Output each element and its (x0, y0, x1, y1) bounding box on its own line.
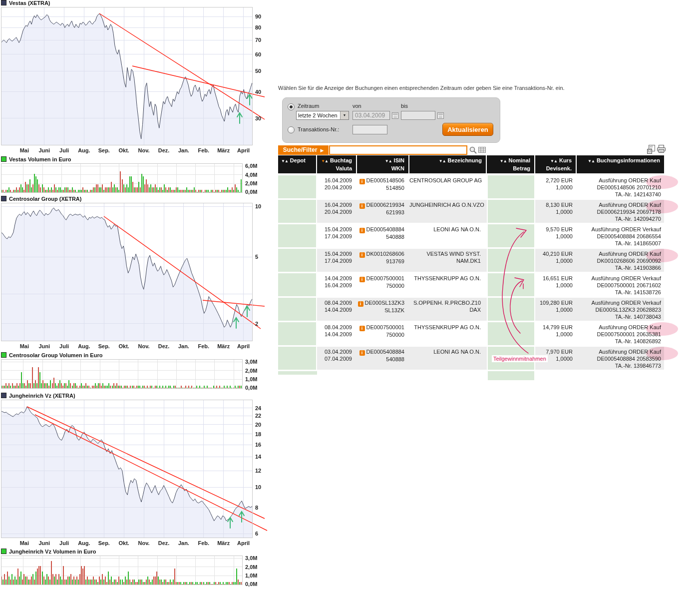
svg-text:18: 18 (255, 431, 261, 437)
sort-icons[interactable]: ▼▲ (588, 159, 595, 163)
cell-bezeichnung: CENTROSOLAR GROUP AG (409, 175, 487, 198)
svg-text:April: April (237, 147, 250, 153)
suche-filter-label: Suche/Filter (283, 146, 318, 153)
table-grid-icon[interactable] (478, 147, 486, 153)
cell-buchungsinformationen: Ausführung ORDER KaufDE0005408884 205835… (577, 347, 664, 370)
svg-text:16: 16 (255, 442, 261, 448)
teilgewinn-annotation: Teilgewinnmitnahmen (492, 355, 548, 362)
info-icon[interactable]: i (359, 326, 365, 331)
svg-text:Dez.: Dez. (158, 147, 170, 153)
svg-text:24: 24 (255, 405, 262, 411)
svg-text:Juli: Juli (59, 540, 69, 546)
svg-text:2,0M: 2,0M (245, 564, 257, 570)
svg-text:30: 30 (255, 115, 261, 121)
svg-text:2: 2 (255, 321, 258, 327)
column-header-buchungsinformationen[interactable]: ▼▲Buchungsinformationen (577, 155, 664, 173)
svg-text:0,0M: 0,0M (245, 581, 257, 587)
column-header-nominal[interactable]: ▼▲NominalBetrag (487, 155, 535, 173)
suche-filter-button[interactable]: Suche/Filter▶ (278, 145, 329, 155)
chart-vestas-xetra: 90807060504030MaiJuniJuliAug.Sep.Okt.Nov… (0, 7, 270, 159)
chart-title-jungheinrich-vz-volumen-in-euro: Jungheinrich Vz Volumen in Euro (1, 549, 96, 555)
cell-buchtag-valuta: 16.04.200920.04.2009 (317, 200, 357, 223)
svg-text:April: April (237, 343, 250, 349)
zeitraum-radio[interactable] (288, 103, 295, 110)
sort-icons[interactable]: ▼▲ (500, 159, 507, 163)
cell-buchungsinformationen: Ausführung ORDER KaufDK0010268606 206900… (577, 249, 664, 272)
chevron-down-icon[interactable]: ▼ (340, 111, 349, 119)
svg-text:2,0M: 2,0M (245, 368, 257, 374)
svg-text:3,0M: 3,0M (245, 359, 257, 365)
cell-buchungsinformationen: Ausführung ORDER KaufDE0007500001 206353… (577, 322, 664, 345)
info-icon[interactable]: i (359, 252, 365, 258)
info-icon[interactable]: i (359, 228, 365, 233)
column-header-isin[interactable]: ▼▲ISINWKN (357, 155, 409, 173)
info-icon[interactable]: i (358, 301, 363, 307)
table-row: 16.04.200920.04.2009iDE0005148506514850C… (278, 175, 664, 198)
bis-date-picker-icon[interactable] (437, 112, 444, 119)
svg-text:Aug.: Aug. (78, 343, 90, 349)
cell-nominal-betrag (487, 200, 535, 223)
svg-text:Okt.: Okt. (118, 540, 129, 546)
svg-text:14: 14 (255, 454, 262, 460)
volume-legend-square (1, 156, 6, 162)
column-header-depot[interactable]: ▼▲Depot (278, 155, 317, 173)
cell-kurs: 40,210 EUR1,0000 (535, 249, 577, 272)
svg-text:Juli: Juli (59, 343, 69, 349)
column-header-buchtag[interactable]: ▼▲BuchtagValuta (317, 155, 357, 173)
print-icon[interactable] (657, 145, 666, 153)
intro-text: Wählen Sie für die Anzeige der Buchungen… (278, 85, 688, 91)
sort-icons[interactable]: ▼▲ (321, 159, 328, 163)
cell-depot (278, 200, 317, 223)
svg-text:8: 8 (255, 505, 258, 511)
svg-text:0,0M: 0,0M (245, 385, 257, 391)
bis-date-input[interactable] (401, 111, 435, 120)
cell-nominal-betrag (487, 322, 535, 345)
svg-text:März: März (217, 147, 230, 153)
filter-search-input[interactable] (329, 145, 467, 155)
depot-column-stub (278, 371, 317, 375)
svg-text:Jan.: Jan. (178, 343, 189, 349)
cell-buchtag-valuta: 15.04.200917.04.2009 (317, 249, 357, 272)
cell-buchtag-valuta: 08.04.200914.04.2009 (317, 298, 357, 321)
banking-depot-page: Vestas (XETRA)90807060504030MaiJuniJuliA… (0, 0, 700, 592)
von-date-picker-icon[interactable] (392, 112, 398, 119)
sort-icons[interactable]: ▼▲ (385, 159, 392, 163)
sort-icons[interactable]: ▼▲ (439, 159, 446, 163)
search-icon[interactable] (469, 146, 477, 154)
table-row: 16.04.200920.04.2009iDE0006219934621993J… (278, 200, 664, 223)
info-icon[interactable]: i (359, 203, 365, 209)
column-header-bezeichnung[interactable]: ▼▲Bezeichnung (409, 155, 487, 173)
sort-icons[interactable]: ▼▲ (281, 159, 288, 163)
cell-kurs: 16,651 EUR1,0000 (535, 273, 577, 296)
svg-text:10: 10 (255, 203, 261, 209)
svg-text:Mai: Mai (20, 540, 29, 546)
zeitraum-select[interactable]: letzte 2 Wochen ▼ (296, 111, 349, 120)
column-header-kurs[interactable]: ▼▲KursDevisenk. (535, 155, 577, 173)
cell-buchungsinformationen: Ausführung ORDER KaufDE0006219934 206971… (577, 200, 664, 223)
cell-isin-wkn: iDE000SL13ZK3SL13ZK (357, 298, 409, 321)
table-row: 15.04.200917.04.2009iDK0010268606913769V… (278, 249, 664, 272)
aktualisieren-button[interactable]: Aktualisieren (442, 123, 493, 136)
bis-label: bis (401, 103, 408, 109)
cell-bezeichnung: VESTAS WIND SYST.NAM.DK1 (409, 249, 487, 272)
von-date-input[interactable] (352, 111, 390, 120)
cell-nominal-betrag (487, 224, 535, 247)
chart-title-centrosolar-group-volumen-in-euro: Centrosolar Group Volumen in Euro (1, 352, 102, 358)
table-row: 03.04.200907.04.2009iDE0005408884540888L… (278, 347, 664, 370)
nominal-column-stub (487, 371, 535, 380)
sort-icons[interactable]: ▼▲ (550, 159, 557, 163)
transaktions-input[interactable] (352, 125, 387, 134)
svg-text:Feb.: Feb. (198, 343, 209, 349)
svg-text:Dez.: Dez. (158, 343, 170, 349)
cell-isin-wkn: iDE0005148506514850 (357, 175, 409, 198)
export-file-icon[interactable]: HT 01 (647, 145, 656, 154)
cell-depot (278, 298, 317, 321)
info-icon[interactable]: i (359, 179, 365, 184)
svg-text:60: 60 (255, 51, 261, 57)
transaktions-radio[interactable] (288, 126, 295, 133)
chart-title-jungheinrich-vz-xetra: Jungheinrich Vz (XETRA) (1, 393, 75, 399)
info-icon[interactable]: i (359, 350, 365, 356)
cell-depot (278, 347, 317, 370)
info-icon[interactable]: i (359, 277, 365, 282)
chart-vestas-volumen-in-euro: 6,0M4,0M2,0M0,0M (0, 163, 270, 195)
